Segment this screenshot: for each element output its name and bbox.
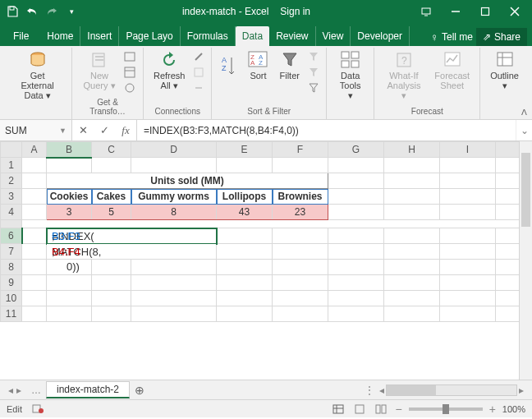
close-icon[interactable] [501, 2, 529, 21]
properties-icon[interactable] [193, 65, 204, 80]
from-table-icon[interactable] [124, 65, 135, 80]
vertical-scrollbar[interactable] [519, 141, 532, 380]
refresh-all-button[interactable]: Refresh All ▾ [150, 49, 189, 92]
tell-me[interactable]: Tell me [442, 31, 473, 43]
column-header-cell[interactable]: Lollipops [217, 189, 273, 205]
col-header[interactable]: B [47, 142, 92, 158]
formula-cell[interactable]: MATCH(8,B4:F4, [47, 244, 217, 260]
view-normal-icon[interactable] [331, 403, 346, 416]
data-tools-button[interactable]: Data Tools ▾ [333, 49, 368, 102]
reapply-icon[interactable] [308, 65, 319, 80]
data-cell[interactable]: 3 [47, 205, 92, 220]
new-sheet-icon[interactable]: ⊕ [130, 384, 149, 397]
tab-file[interactable]: File [5, 26, 40, 46]
sort-button[interactable]: ZAAZ Sort [245, 49, 271, 82]
edit-links-icon[interactable] [193, 81, 204, 95]
zoom-slider[interactable] [409, 407, 483, 411]
row-header[interactable] [1, 220, 22, 228]
outline-button[interactable]: Outline ▾ [487, 49, 522, 92]
macro-record-icon[interactable] [32, 403, 44, 416]
data-cell[interactable]: 5 [92, 205, 131, 220]
formula-cell[interactable]: 0)) [47, 260, 92, 275]
col-header[interactable]: H [384, 142, 440, 158]
data-cell[interactable]: 23 [273, 205, 328, 220]
table-title[interactable]: Units sold (MM) [47, 173, 328, 189]
name-box[interactable]: SUM ▼ [0, 120, 72, 140]
tab-review[interactable]: Review [269, 26, 315, 46]
get-external-data-button[interactable]: Get External Data ▾ [10, 49, 65, 102]
row-header[interactable]: 3 [1, 189, 22, 205]
filter-button[interactable]: Filter [276, 49, 302, 82]
fx-icon[interactable]: fx [115, 124, 136, 137]
col-header[interactable]: C [92, 142, 131, 158]
data-cell[interactable]: 8 [131, 205, 217, 220]
hscroll-left-icon[interactable]: ◂ [378, 384, 386, 396]
clear-filter-icon[interactable] [308, 49, 319, 64]
col-header[interactable]: F [273, 142, 328, 158]
zoom-level[interactable]: 100% [502, 404, 525, 414]
whatif-button[interactable]: ? What-If Analysis ▾ [381, 49, 426, 102]
show-queries-icon[interactable] [124, 49, 135, 64]
tab-developer[interactable]: Developer [351, 26, 410, 46]
zoom-out-icon[interactable]: − [395, 403, 401, 416]
connections-icon[interactable] [193, 49, 204, 64]
formula-cell[interactable]: =INDEX(B3:F3, [47, 228, 217, 244]
tab-home[interactable]: Home [40, 26, 80, 46]
recent-sources-icon[interactable] [124, 81, 135, 95]
data-cell[interactable]: 43 [217, 205, 273, 220]
col-header[interactable]: D [131, 142, 217, 158]
sheet-nav-next-icon[interactable]: ▸ [16, 384, 21, 396]
row-header[interactable]: 6 [1, 228, 22, 244]
select-all-corner[interactable] [1, 142, 22, 158]
cancel-formula-icon[interactable]: ✕ [72, 124, 94, 136]
share-button[interactable]: ⇗ Share [476, 28, 527, 46]
tab-insert[interactable]: Insert [80, 26, 119, 46]
tab-data[interactable]: Data [236, 26, 269, 46]
formula-input[interactable]: =INDEX(B3:F3,MATCH(8,B4:F4,0)) [137, 120, 516, 140]
row-header[interactable]: 4 [1, 205, 22, 220]
column-header-cell[interactable]: Gummy worms [131, 189, 217, 205]
col-header[interactable]: E [217, 142, 273, 158]
row-header[interactable]: 9 [1, 275, 22, 291]
sheet-nav-prev-icon[interactable]: ◂ [8, 384, 13, 396]
tab-formulas[interactable]: Formulas [181, 26, 236, 46]
zoom-in-icon[interactable]: + [489, 403, 496, 416]
grid[interactable]: A B C D E F G H I 1 2 Units sold (MM) 3 … [0, 141, 532, 322]
tab-page-layout[interactable]: Page Layo [119, 26, 180, 46]
maximize-icon[interactable] [471, 2, 499, 21]
column-header-cell[interactable]: Brownies [273, 189, 328, 205]
forecast-sheet-button[interactable]: Forecast Sheet [431, 49, 473, 92]
redo-icon[interactable] [43, 2, 61, 21]
row-header[interactable]: 8 [1, 260, 22, 275]
minimize-icon[interactable] [442, 2, 470, 21]
col-header[interactable]: I [440, 142, 496, 158]
row-header[interactable]: 2 [1, 173, 22, 189]
row-header[interactable]: 10 [1, 291, 22, 306]
column-header-cell[interactable]: Cakes [92, 189, 131, 205]
row-header[interactable]: 1 [1, 158, 22, 173]
row-header[interactable]: 11 [1, 306, 22, 322]
name-box-dropdown-icon[interactable]: ▼ [59, 127, 66, 135]
tab-view[interactable]: View [316, 26, 351, 46]
advanced-icon[interactable] [308, 81, 319, 95]
ribbon-options-icon[interactable] [412, 2, 440, 21]
sheet-tab-active[interactable]: index-match-2 [46, 381, 130, 398]
row-header[interactable]: 7 [1, 244, 22, 260]
view-page-layout-icon[interactable] [352, 403, 367, 416]
sort-az-button[interactable]: AZ [218, 49, 240, 82]
horizontal-scrollbar[interactable] [386, 384, 517, 396]
collapse-ribbon-icon[interactable]: ᐱ [517, 106, 530, 117]
column-header-cell[interactable]: Cookies [47, 189, 92, 205]
enter-formula-icon[interactable]: ✓ [94, 124, 115, 136]
hscroll-right-icon[interactable]: ▸ [517, 384, 525, 396]
save-icon[interactable] [3, 2, 21, 21]
sheet-ellipsis[interactable]: … [26, 384, 46, 396]
view-page-break-icon[interactable] [374, 403, 388, 416]
formula-bar-expand-icon[interactable]: ⌄ [516, 120, 532, 140]
col-header[interactable]: A [22, 142, 47, 158]
sign-in-link[interactable]: Sign in [280, 6, 310, 17]
new-query-button[interactable]: New Query ▾ [80, 49, 119, 92]
col-header[interactable]: G [328, 142, 384, 158]
undo-icon[interactable] [23, 2, 41, 21]
qat-customize-icon[interactable]: ▾ [62, 2, 80, 21]
